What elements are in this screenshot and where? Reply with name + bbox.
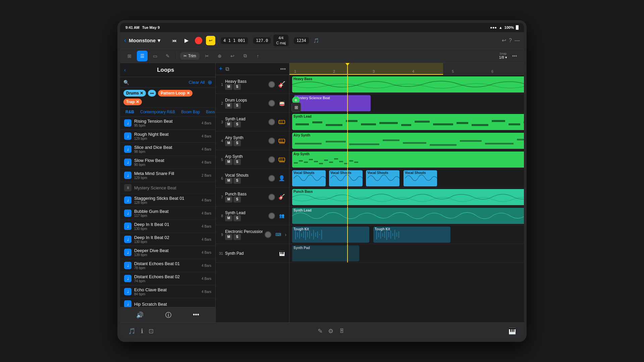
tag-pattern-loop[interactable]: Pattern Loop ✕ xyxy=(158,90,193,97)
clip-heavy-bass-main[interactable]: Heavy Bass xyxy=(292,76,524,93)
loop-button[interactable]: ↩ xyxy=(206,36,215,45)
clip-vocal-2[interactable]: Vocal Shouts xyxy=(329,170,363,186)
instrument-icon-3[interactable] xyxy=(277,117,286,127)
list-view-button[interactable]: ☰ xyxy=(137,51,148,61)
solo-button-1[interactable]: S xyxy=(233,84,241,90)
tag-more[interactable]: ••• xyxy=(148,90,156,97)
join-button[interactable]: ⊕ xyxy=(214,51,225,61)
piano-footer-button[interactable]: 🎹 xyxy=(508,327,516,335)
mute-button-3[interactable]: M xyxy=(225,121,232,127)
mixer-footer-button[interactable]: 🎚 xyxy=(339,327,345,335)
undo-button[interactable]: ↩ xyxy=(502,37,506,44)
loop-item[interactable]: ♩ Deep In It Beat 01 130 bpm 4 Bars xyxy=(120,220,215,233)
clip-arp-synth[interactable]: Arp Synth xyxy=(292,152,524,168)
sidebar-back-button[interactable]: ‹ xyxy=(124,67,126,73)
clip-type-popup[interactable]: ⊞ xyxy=(291,103,301,112)
volume-knob-6[interactable] xyxy=(268,175,275,182)
clip-synth-pad[interactable]: Synth Pad xyxy=(292,245,359,261)
mute-button-2[interactable]: M xyxy=(225,103,232,109)
clip-tough-kit-1[interactable]: Tough Kit xyxy=(292,227,369,243)
loop-item[interactable]: ♩ Bubble Gum Beat 117 bpm 4 Bars xyxy=(120,207,215,220)
subtag-rnb[interactable]: R&B xyxy=(123,109,136,115)
grid-view-button[interactable]: ⊞ xyxy=(124,51,135,61)
project-name[interactable]: Moonstone ▾ xyxy=(129,38,160,44)
copy-region-button[interactable]: ⧉ xyxy=(240,51,251,61)
mute-button-8[interactable]: M xyxy=(225,215,232,221)
info-button[interactable]: ⓘ xyxy=(165,311,171,319)
loop-item[interactable]: ♩ Staggering Sticks Beat 01 128 bpm 4 Ba… xyxy=(120,194,215,207)
library-button[interactable]: 🎵 xyxy=(128,327,136,335)
trim-button[interactable]: ✂ Trim xyxy=(180,52,200,60)
volume-knob-4[interactable] xyxy=(268,137,275,144)
instrument-icon-4[interactable] xyxy=(277,136,286,145)
loop-item-mystery[interactable]: ⏸ Mystery Science Beat xyxy=(120,182,215,194)
audio-preview-button[interactable]: 🔊 xyxy=(136,311,144,319)
clip-punch-bass[interactable]: Punch Bass xyxy=(292,189,524,205)
back-button[interactable]: ‹ xyxy=(124,37,126,44)
loop-item[interactable]: ♩ Distant Echoes Beat 02 74 bpm 4 Bars xyxy=(120,272,215,285)
snap-display[interactable]: Snap 1/8 ▾ xyxy=(499,52,507,60)
instrument-icon-8[interactable]: 👥 xyxy=(277,211,286,221)
loop-item[interactable]: ♩ Distant Echoes Beat 01 78 bpm 4 Bars xyxy=(120,259,215,272)
volume-knob-1[interactable] xyxy=(268,81,275,88)
scissors-button[interactable]: ✂ xyxy=(202,51,212,61)
solo-button-3[interactable]: S xyxy=(233,121,241,127)
instrument-icon-7[interactable]: 🎸 xyxy=(277,192,286,202)
solo-button-6[interactable]: S xyxy=(233,178,241,184)
info-footer-button[interactable]: ℹ xyxy=(141,327,143,335)
clip-synth-lead[interactable]: Synth Lead xyxy=(292,114,524,130)
clip-synth-lead-2[interactable]: Synth Lead xyxy=(292,208,524,224)
solo-button-2[interactable]: S xyxy=(233,103,241,109)
mute-button-5[interactable]: M xyxy=(225,159,232,165)
more-footer-button[interactable]: ••• xyxy=(193,311,199,318)
mute-button-9[interactable]: M xyxy=(225,234,232,240)
instrument-icon-9[interactable]: ⌨ xyxy=(273,230,283,239)
loop-item[interactable]: ♩ Slow Flow Beat 90 bpm 4 Bars xyxy=(120,156,215,169)
record-button[interactable] xyxy=(194,36,203,45)
volume-knob-5[interactable] xyxy=(268,156,275,163)
clip-vocal-1[interactable]: Vocal Shouts xyxy=(292,170,326,186)
instrument-icon-31[interactable]: 🎹 xyxy=(277,249,286,258)
instrument-icon-6[interactable]: 👤 xyxy=(277,174,286,183)
clip-tough-kit-2[interactable]: Tough Kit xyxy=(373,227,450,243)
instrument-icon-1[interactable]: 🎸 xyxy=(277,80,286,89)
add-track-button[interactable]: + xyxy=(219,65,223,72)
volume-knob-8[interactable] xyxy=(268,213,275,219)
share-button[interactable]: ↑ xyxy=(253,51,263,61)
more-options-button[interactable]: ••• xyxy=(509,51,520,61)
mute-button-6[interactable]: M xyxy=(225,178,232,184)
solo-button-5[interactable]: S xyxy=(233,159,241,165)
volume-knob-9[interactable] xyxy=(265,231,271,238)
loop-item[interactable]: ♩ Meta Mind Snare Fill 129 bpm 2 Bars xyxy=(120,169,215,182)
instrument-icon-5[interactable] xyxy=(277,155,286,164)
mute-button-4[interactable]: M xyxy=(225,140,232,146)
loop-item[interactable]: ♩ Hip Scratch Beat xyxy=(120,298,215,307)
settings-footer-button[interactable]: ⚙ xyxy=(328,327,333,335)
expand-button-9[interactable]: › xyxy=(285,232,286,237)
filter-info-button[interactable]: ⊕ xyxy=(208,79,212,85)
track-more-button[interactable]: ••• xyxy=(280,66,286,72)
instrument-icon-2[interactable]: 🥁 xyxy=(277,99,286,108)
tag-trap[interactable]: Trap ✕ xyxy=(123,99,142,105)
clip-mystery-beat[interactable]: Mystery Science Beat xyxy=(294,95,371,111)
clip-vocal-3[interactable]: Vocal Shouts xyxy=(366,170,399,186)
loop-item[interactable]: ♩ Slice and Dice Beat 98 bpm 4 Bars xyxy=(120,143,215,156)
time-signature[interactable]: 4/4 C maj xyxy=(273,35,288,46)
loop-region-button[interactable]: ↩ xyxy=(227,51,238,61)
loop-item[interactable]: ♩ Echo Clave Beat 84 bpm 4 Bars xyxy=(120,285,215,298)
subtag-boombap[interactable]: Boom Bap xyxy=(179,109,202,115)
split-view-button[interactable]: ⊡ xyxy=(149,327,154,335)
subtag-contemporary[interactable]: Contemporary R&B xyxy=(138,109,177,115)
tempo-display[interactable]: 127.0 xyxy=(253,37,271,44)
subtag-bassm[interactable]: Bass M xyxy=(204,109,215,115)
mute-button-1[interactable]: M xyxy=(225,84,232,90)
solo-button-8[interactable]: S xyxy=(233,215,241,221)
clear-all-button[interactable]: Clear All xyxy=(189,80,205,85)
volume-knob-2[interactable] xyxy=(268,100,275,107)
grid-display[interactable]: 1234 xyxy=(294,37,309,44)
volume-knob-7[interactable] xyxy=(268,194,275,200)
clip-airy-synth[interactable]: Airy Synth xyxy=(292,133,524,149)
copy-track-button[interactable]: ⧉ xyxy=(225,66,229,72)
solo-button-9[interactable]: S xyxy=(233,234,241,240)
pencil-tool-button[interactable]: ✎ xyxy=(162,51,173,61)
